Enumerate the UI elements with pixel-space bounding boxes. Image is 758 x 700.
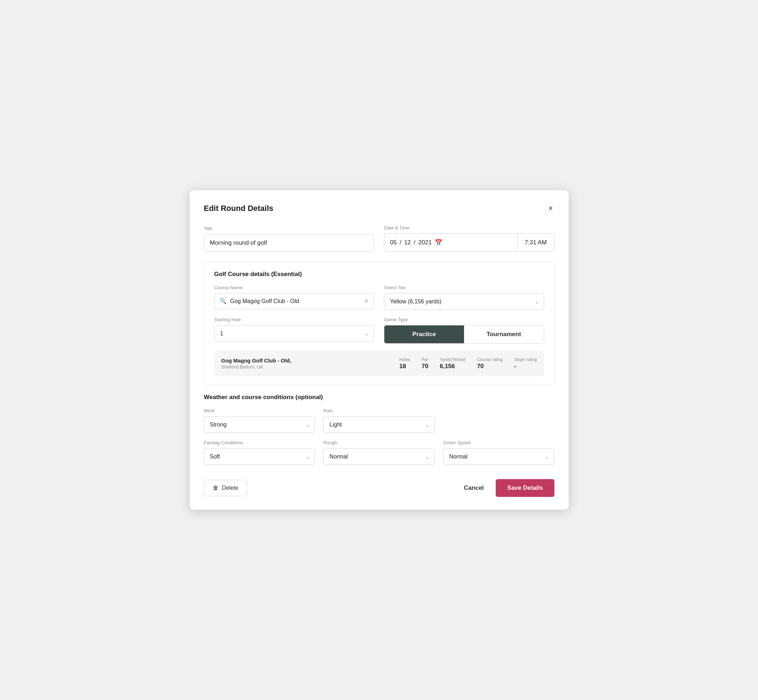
datetime-label: Date & Time [384, 225, 554, 230]
rain-wrapper: NoneLightModerateHeavy ⌄ [324, 416, 434, 433]
select-tee-wrapper: Yellow (6,156 yards) White (6,600 yards)… [384, 293, 544, 310]
date-year: 2021 [418, 239, 432, 246]
course-name-label: Course Name [214, 285, 374, 290]
starting-hole-wrapper: 1234 5678 910 ⌄ [214, 325, 374, 342]
course-name-search-wrapper[interactable]: 🔍 ✕ [214, 293, 374, 309]
footer-row: 🗑 Delete Cancel Save Details [204, 473, 554, 497]
conditions-section: Weather and course conditions (optional)… [204, 394, 554, 465]
game-type-label: Game Type [384, 317, 544, 322]
par-value: 70 [422, 363, 429, 370]
datetime-wrapper: 05 / 12 / 2021 📅 7:31 AM [384, 233, 554, 252]
fairway-wrapper: SoftNormalHard ⌄ [204, 448, 315, 465]
rough-wrapper: ShortNormalLong ⌄ [324, 448, 434, 465]
game-type-group: Game Type Practice Tournament [384, 317, 544, 344]
course-info-row: Gog Magog Golf Club - Old, Shelford Bott… [214, 351, 544, 376]
yards-stat: Yards(Yellow) 6,156 [440, 357, 466, 370]
course-rating-label: Course rating [477, 357, 503, 362]
select-tee-label: Select Tee [384, 285, 544, 290]
date-month: 05 [390, 239, 397, 246]
date-sep2: / [414, 239, 416, 246]
calendar-icon: 📅 [434, 239, 442, 247]
slope-rating-label: Slope rating [514, 357, 537, 362]
rain-group: Rain NoneLightModerateHeavy ⌄ [324, 408, 434, 433]
conditions-title: Weather and course conditions (optional) [204, 394, 554, 401]
wind-label: Wind [204, 408, 315, 413]
yards-label: Yards(Yellow) [440, 357, 466, 362]
holes-label: Holes [399, 357, 410, 362]
select-tee-dropdown[interactable]: Yellow (6,156 yards) White (6,600 yards)… [384, 293, 544, 310]
wind-rain-row: Wind CalmLightModerate StrongVery Strong… [204, 408, 554, 433]
wind-wrapper: CalmLightModerate StrongVery Strong ⌄ [204, 416, 315, 433]
delete-label: Delete [222, 485, 238, 491]
golf-section-title: Golf Course details (Essential) [214, 271, 544, 278]
save-button[interactable]: Save Details [496, 479, 554, 497]
holes-value: 18 [399, 363, 406, 370]
date-part[interactable]: 05 / 12 / 2021 📅 [384, 234, 517, 252]
course-name-block: Gog Magog Golf Club - Old, Shelford Bott… [221, 358, 399, 370]
clear-icon[interactable]: ✕ [364, 298, 369, 305]
modal-header: Edit Round Details × [204, 203, 554, 214]
fairway-dropdown[interactable]: SoftNormalHard [204, 448, 315, 465]
practice-toggle-btn[interactable]: Practice [384, 325, 464, 343]
rain-label: Rain [324, 408, 434, 413]
rain-dropdown[interactable]: NoneLightModerateHeavy [324, 416, 434, 433]
course-name-main: Gog Magog Golf Club - Old, [221, 358, 399, 364]
modal-title: Edit Round Details [204, 204, 274, 213]
edit-round-modal: Edit Round Details × Title Date & Time 0… [190, 190, 568, 510]
select-tee-group: Select Tee Yellow (6,156 yards) White (6… [384, 285, 544, 310]
yards-value: 6,156 [440, 363, 455, 370]
rough-label: Rough [324, 440, 434, 445]
hole-gametype-row: Starting Hole 1234 5678 910 ⌄ Game Type … [214, 317, 544, 344]
close-button[interactable]: × [547, 203, 554, 214]
course-rating-value: 70 [477, 363, 484, 370]
title-label: Title [204, 226, 374, 231]
search-icon: 🔍 [219, 298, 227, 305]
datetime-field-group: Date & Time 05 / 12 / 2021 📅 7:31 AM [384, 225, 554, 252]
slope-rating-stat: Slope rating - [514, 357, 537, 370]
holes-stat: Holes 18 [399, 357, 410, 370]
fairway-rough-green-row: Fairway Conditions SoftNormalHard ⌄ Roug… [204, 440, 554, 465]
course-tee-row: Course Name 🔍 ✕ Select Tee Yellow (6,156… [214, 285, 544, 310]
starting-hole-group: Starting Hole 1234 5678 910 ⌄ [214, 317, 374, 344]
wind-dropdown[interactable]: CalmLightModerate StrongVery Strong [204, 416, 315, 433]
footer-right: Cancel Save Details [460, 479, 554, 497]
title-field-group: Title [204, 226, 374, 252]
course-name-group: Course Name 🔍 ✕ [214, 285, 374, 310]
course-location: Shelford Bottom, UK [221, 364, 399, 370]
slope-rating-value: - [514, 363, 516, 370]
title-input[interactable] [204, 234, 374, 252]
green-speed-dropdown[interactable]: SlowNormalFastVery Fast [443, 448, 554, 465]
game-type-toggle: Practice Tournament [384, 325, 544, 344]
golf-course-section: Golf Course details (Essential) Course N… [204, 262, 554, 385]
course-name-input[interactable] [230, 298, 361, 305]
time-value: 7:31 AM [525, 239, 547, 246]
green-speed-label: Green Speed [443, 440, 554, 445]
par-stat: Par 70 [422, 357, 429, 370]
top-row: Title Date & Time 05 / 12 / 2021 📅 7:31 … [204, 225, 554, 252]
starting-hole-dropdown[interactable]: 1234 5678 910 [214, 325, 374, 342]
delete-button[interactable]: 🗑 Delete [204, 480, 247, 496]
green-speed-group: Green Speed SlowNormalFastVery Fast ⌄ [443, 440, 554, 465]
fairway-label: Fairway Conditions [204, 440, 315, 445]
trash-icon: 🗑 [213, 485, 219, 491]
rough-group: Rough ShortNormalLong ⌄ [324, 440, 434, 465]
time-part[interactable]: 7:31 AM [517, 234, 554, 252]
date-day: 12 [404, 239, 411, 246]
fairway-group: Fairway Conditions SoftNormalHard ⌄ [204, 440, 315, 465]
rough-dropdown[interactable]: ShortNormalLong [324, 448, 434, 465]
tournament-toggle-btn[interactable]: Tournament [464, 325, 544, 343]
starting-hole-label: Starting Hole [214, 317, 374, 322]
green-speed-wrapper: SlowNormalFastVery Fast ⌄ [443, 448, 554, 465]
course-stats: Holes 18 Par 70 Yards(Yellow) 6,156 Cour… [399, 357, 537, 370]
par-label: Par [422, 357, 429, 362]
course-rating-stat: Course rating 70 [477, 357, 503, 370]
cancel-button[interactable]: Cancel [460, 480, 487, 497]
wind-group: Wind CalmLightModerate StrongVery Strong… [204, 408, 315, 433]
date-sep1: / [399, 239, 401, 246]
